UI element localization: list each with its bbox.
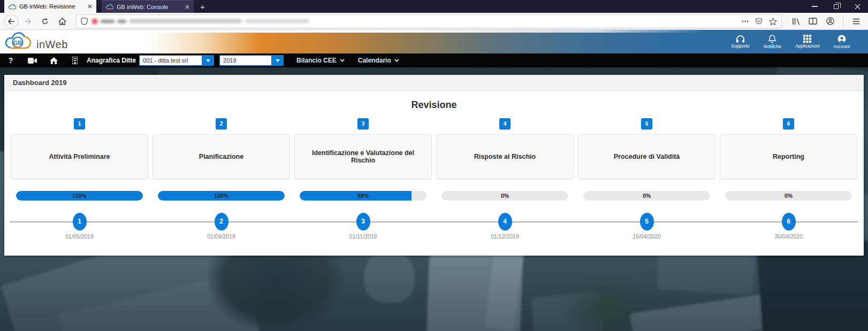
chevron-down-icon[interactable] — [272, 55, 284, 66]
library-icon[interactable] — [788, 14, 803, 28]
app-header: GB inWeb Supporto Notifiche — [0, 30, 868, 53]
support-button[interactable]: Supporto — [731, 35, 750, 49]
progress-bar: 0% — [725, 191, 852, 201]
stage-column: 1 Attività Preliminare — [11, 118, 148, 179]
reload-button[interactable] — [37, 14, 52, 28]
account-icon[interactable] — [823, 14, 837, 28]
app-logo[interactable]: GB inWeb — [0, 32, 68, 52]
timeline-milestone[interactable]: 3 — [356, 213, 370, 230]
timeline-milestone[interactable]: 5 — [640, 213, 654, 230]
anagrafica-ditte-label: Anagrafica Ditte — [87, 57, 136, 64]
year-select[interactable]: 2019 — [219, 55, 284, 66]
milestone-date: 15/04/2020 — [578, 233, 715, 240]
progress-bar: 0% — [583, 191, 710, 201]
back-button[interactable] — [4, 14, 18, 28]
tab-favicon-cloud-icon — [106, 4, 113, 10]
stage-number-badge: 6 — [783, 118, 794, 129]
app-navbar: ? Anagrafica Ditte 001 - ditta test srl … — [0, 53, 868, 67]
apps-grid-icon — [803, 35, 811, 43]
applications-button[interactable]: Applicazioni — [795, 35, 819, 49]
dashboard-panel: Dashboard 2019 Revisione 1 Attività Prel… — [4, 75, 864, 256]
tab-title: GB inWeb: Console — [117, 4, 182, 10]
progress-bar: 100% — [158, 191, 285, 201]
account-button[interactable]: Account — [833, 35, 850, 49]
close-button[interactable] — [847, 0, 868, 13]
browser-tab-console[interactable]: GB inWeb: Console — [102, 0, 194, 13]
menu-bilancio-cee[interactable]: Bilancio CEE — [296, 57, 343, 64]
milestone-date: 01/12/2019 — [436, 233, 574, 240]
stage-number-badge: 3 — [357, 118, 369, 129]
stage-card-reporting[interactable]: Reporting — [720, 134, 857, 179]
timeline-milestone[interactable]: 1 — [73, 213, 87, 230]
minimize-button[interactable] — [804, 0, 825, 13]
timeline-milestone[interactable]: 2 — [215, 213, 229, 230]
timeline-milestone[interactable]: 6 — [782, 213, 796, 230]
headphones-icon — [736, 35, 745, 43]
stage-card-attivita-preliminare[interactable]: Attività Preliminare — [11, 134, 148, 179]
restore-button[interactable] — [825, 0, 847, 13]
pocket-icon[interactable] — [755, 18, 763, 25]
page-title: Revisione — [11, 99, 857, 111]
tab-favicon-cloud-icon — [9, 4, 16, 10]
new-tab-button[interactable]: + — [194, 0, 211, 13]
stage-card-pianificazione[interactable]: Pianificazione — [153, 134, 290, 179]
home-nav-button[interactable] — [43, 57, 64, 64]
stage-card-risposte-rischio[interactable]: Risposte al Rischio — [436, 134, 574, 179]
progress-bar: 88% — [300, 191, 427, 201]
milestone-date: 01/05/2019 — [11, 233, 148, 240]
home-button[interactable] — [55, 14, 70, 28]
stage-column: 2 Pianificazione — [153, 118, 290, 179]
tab-title: GB inWeb: Revisione — [19, 3, 85, 10]
stage-column: 5 Procedure di Validità — [578, 118, 715, 179]
timeline: 1 2 3 4 5 6 — [11, 212, 857, 230]
page-content: Dashboard 2019 Revisione 1 Attività Prel… — [0, 67, 868, 331]
person-icon — [837, 35, 846, 43]
menu-calendario[interactable]: Calendario — [358, 57, 398, 64]
stage-card-identificazione-rischio[interactable]: Identificazione e Valutazione del Rischi… — [294, 134, 432, 179]
building-icon[interactable] — [64, 57, 86, 64]
tab-close-icon[interactable] — [185, 5, 189, 9]
sidebars-icon[interactable] — [805, 14, 820, 28]
stage-column: 6 Reporting — [720, 118, 857, 179]
milestone-date: 30/04/2020 — [720, 233, 857, 240]
panel-title: Dashboard 2019 — [4, 75, 864, 91]
redacted-url — [92, 19, 309, 24]
stage-card-procedure-validita[interactable]: Procedure di Validità — [578, 134, 715, 179]
help-button[interactable]: ? — [0, 56, 21, 65]
svg-text:GB: GB — [13, 40, 22, 46]
milestone-date: 01/11/2019 — [294, 233, 432, 240]
progress-bar: 0% — [441, 191, 568, 201]
brand-name: inWeb — [36, 39, 68, 52]
browser-window: GB inWeb: Revisione GB inWeb: Console + — [0, 0, 868, 331]
menu-hamburger-icon[interactable] — [849, 14, 864, 28]
bell-icon — [768, 35, 776, 43]
tab-close-icon[interactable] — [88, 4, 92, 9]
chevron-down-icon — [340, 57, 344, 61]
progress-bar: 100% — [16, 191, 143, 201]
company-select[interactable]: 001 - ditta test srl — [139, 55, 214, 66]
browser-toolbar — [0, 13, 868, 30]
milestone-date: 01/09/2019 — [153, 233, 290, 240]
browser-tab-revisione[interactable]: GB inWeb: Revisione — [4, 0, 96, 13]
stage-number-badge: 1 — [74, 118, 85, 129]
notifications-button[interactable]: Notifiche — [764, 35, 781, 49]
timeline-milestone[interactable]: 4 — [498, 213, 512, 230]
video-camera-button[interactable] — [21, 58, 43, 64]
stage-column: 4 Risposte al Rischio — [436, 118, 574, 179]
chevron-down-icon[interactable] — [202, 55, 214, 66]
page-actions-icon[interactable] — [742, 20, 749, 22]
chevron-down-icon — [394, 57, 399, 61]
url-bar[interactable] — [76, 14, 782, 28]
shield-icon[interactable] — [81, 17, 88, 25]
forward-button[interactable] — [20, 14, 35, 28]
stage-number-badge: 4 — [499, 118, 511, 129]
stage-number-badge: 2 — [216, 118, 227, 129]
stage-number-badge: 5 — [641, 118, 652, 129]
stage-column: 3 Identificazione e Valutazione del Risc… — [294, 118, 432, 179]
bookmark-star-icon[interactable] — [769, 18, 777, 25]
browser-titlebar: GB inWeb: Revisione GB inWeb: Console + — [0, 0, 868, 13]
